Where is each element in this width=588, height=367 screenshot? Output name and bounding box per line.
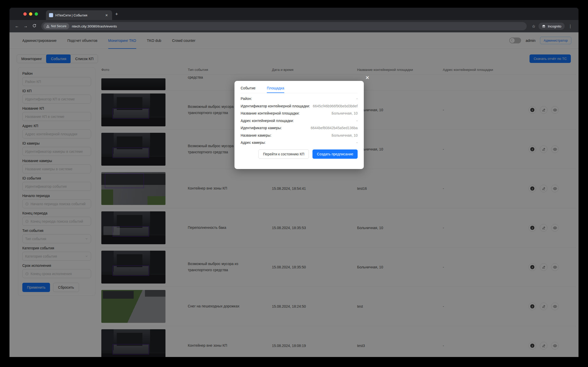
modal-field-row: Идентификатор контейнерной площадки:6645… xyxy=(241,104,358,108)
modal-field-row: Адрес контейнерной площадки:- xyxy=(241,119,358,123)
modal-field-row: Название контейнерной площадки:Больнична… xyxy=(241,111,358,115)
modal-field-value: - xyxy=(356,97,358,101)
modal-field-label: Адрес контейнерной площадки: xyxy=(241,119,294,123)
browser-tab[interactable]: НТехСити | События ✕ xyxy=(46,10,112,20)
modal-field-value: 6644bef80842b45a5ed136ba xyxy=(311,126,358,130)
warning-icon xyxy=(46,25,50,28)
modal-field-value: Больничная, 10 xyxy=(332,133,358,137)
address-bar[interactable]: Not Secure ntech.city:30080/trash/events xyxy=(41,22,527,30)
modal-field-label: Название контейнерной площадки: xyxy=(241,111,300,115)
modal-tab-0[interactable]: Событие xyxy=(241,86,256,93)
modal-tabs: СобытиеПлощадка xyxy=(241,86,358,93)
tab-strip: НТехСити | События ✕ + xyxy=(9,8,579,20)
modal-field-label: Идентификатор камеры: xyxy=(241,126,282,130)
modal-field-row: Идентификатор камеры:6644bef80842b45a5ed… xyxy=(241,126,358,130)
window-controls xyxy=(23,12,38,16)
modal-field-row: Район:- xyxy=(241,97,358,101)
go-to-kp-state-button[interactable]: Перейти к состоянию КП xyxy=(258,149,309,159)
modal-buttons: Перейти к состоянию КП Создать предписан… xyxy=(241,149,358,159)
zoom-window-button[interactable] xyxy=(35,12,38,16)
forward-icon[interactable]: → xyxy=(22,24,30,29)
bookmark-star-icon[interactable]: ☆ xyxy=(530,24,537,29)
reload-icon[interactable] xyxy=(31,24,38,29)
browser-window: НТехСити | События ✕ + ← → Not Secure nt… xyxy=(9,8,579,357)
modal-field-value: Больничная, 10 xyxy=(332,111,358,115)
modal-field-label: Район: xyxy=(241,97,252,101)
incognito-badge: Incognito xyxy=(538,23,565,30)
modal-tab-1[interactable]: Площадка xyxy=(267,86,284,93)
close-tab-icon[interactable]: ✕ xyxy=(104,13,109,18)
new-tab-button[interactable]: + xyxy=(115,11,118,17)
modal-field-label: Адрес камеры: xyxy=(241,140,266,145)
modal-field-value: 6645cf46b966f90bebd3b8ef xyxy=(313,104,358,108)
close-icon[interactable]: ✕ xyxy=(365,75,369,81)
modal-field-value: - xyxy=(356,119,358,123)
modal-field-value: - xyxy=(356,140,358,145)
url-text: ntech.city:30080/trash/events xyxy=(72,24,117,28)
not-secure-label: Not Secure xyxy=(51,24,66,28)
modal-field-row: Название камеры:Больничная, 10 xyxy=(241,133,358,137)
tab-title: НТехСити | События xyxy=(55,13,102,17)
modal-field-label: Идентификатор контейнерной площадки: xyxy=(241,104,310,108)
modal-field-row: Адрес камеры:- xyxy=(241,140,358,145)
browser-toolbar: ← → Not Secure ntech.city:30080/trash/ev… xyxy=(9,20,579,32)
event-details-modal: ✕ СобытиеПлощадка Район:-Идентификатор к… xyxy=(234,81,364,169)
modal-fields: Район:-Идентификатор контейнерной площад… xyxy=(241,97,358,145)
create-order-button[interactable]: Создать предписание xyxy=(312,149,358,159)
incognito-label: Incognito xyxy=(548,24,561,28)
incognito-icon xyxy=(542,24,546,28)
modal-field-label: Название камеры: xyxy=(241,133,271,137)
site-favicon-icon xyxy=(49,13,53,17)
browser-menu-icon[interactable]: ⋮ xyxy=(566,24,575,29)
back-icon[interactable]: ← xyxy=(13,24,21,29)
not-secure-badge[interactable]: Not Secure xyxy=(43,23,69,29)
minimize-window-button[interactable] xyxy=(29,12,32,16)
close-window-button[interactable] xyxy=(23,12,27,16)
